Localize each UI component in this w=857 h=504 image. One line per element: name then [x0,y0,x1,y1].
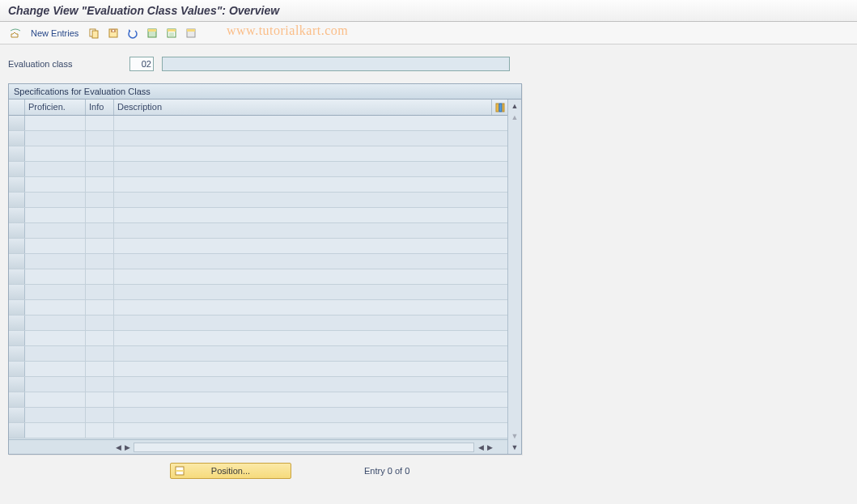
table-row[interactable] [9,146,507,162]
scroll-left-icon[interactable]: ◀ [114,443,122,451]
row-selector[interactable] [9,254,25,269]
deselect-all-icon[interactable] [184,26,198,40]
cell-info[interactable] [86,131,114,146]
save-variant-icon[interactable] [106,26,121,40]
cell-info[interactable] [86,285,114,299]
cell-proficiency[interactable] [25,146,86,161]
position-button[interactable]: Position... [170,463,291,479]
column-proficiency[interactable]: Proficien. [25,100,86,115]
cell-description[interactable] [114,300,507,315]
evaluation-class-input[interactable] [129,57,154,71]
table-row[interactable] [9,285,507,300]
row-selector[interactable] [9,300,25,315]
cell-description[interactable] [114,316,507,330]
table-row[interactable] [9,362,507,377]
cell-info[interactable] [86,116,114,130]
cell-proficiency[interactable] [25,239,86,253]
scroll-up-dim-icon[interactable]: ▲ [510,112,520,122]
row-selector[interactable] [9,377,25,392]
cell-proficiency[interactable] [25,193,86,207]
cell-description[interactable] [114,269,507,284]
table-row[interactable] [9,193,507,208]
table-row[interactable] [9,116,507,131]
table-row[interactable] [9,423,507,438]
table-row[interactable] [9,223,507,239]
cell-description[interactable] [114,377,507,392]
table-row[interactable] [9,269,507,285]
row-selector[interactable] [9,208,25,222]
table-row[interactable] [9,300,507,316]
cell-proficiency[interactable] [25,223,86,238]
cell-info[interactable] [86,269,114,284]
row-selector[interactable] [9,131,25,146]
row-selector[interactable] [9,162,25,176]
horizontal-scrollbar[interactable]: ◀ ▶ ◀ ▶ [9,439,507,454]
table-row[interactable] [9,392,507,408]
row-selector[interactable] [9,177,25,192]
table-row[interactable] [9,316,507,331]
cell-description[interactable] [114,346,507,361]
cell-proficiency[interactable] [25,377,86,392]
select-all-icon[interactable] [145,26,159,40]
scroll-right-icon[interactable]: ▶ [486,443,494,451]
cell-info[interactable] [86,423,114,438]
copy-icon[interactable] [87,26,101,40]
cell-info[interactable] [86,300,114,315]
select-block-icon[interactable] [164,26,179,40]
row-selector[interactable] [9,316,25,330]
evaluation-class-desc-input[interactable] [162,57,510,71]
table-row[interactable] [9,131,507,146]
toggle-display-icon[interactable] [8,26,23,40]
row-selector[interactable] [9,362,25,376]
cell-info[interactable] [86,177,114,192]
cell-description[interactable] [114,223,507,238]
cell-proficiency[interactable] [25,131,86,146]
cell-proficiency[interactable] [25,316,86,330]
scroll-down-dim-icon[interactable]: ▼ [510,431,520,441]
cell-info[interactable] [86,254,114,269]
table-row[interactable] [9,208,507,223]
row-selector[interactable] [9,408,25,422]
cell-info[interactable] [86,239,114,253]
cell-proficiency[interactable] [25,346,86,361]
cell-description[interactable] [114,146,507,161]
row-selector[interactable] [9,116,25,130]
table-row[interactable] [9,239,507,254]
table-row[interactable] [9,408,507,423]
cell-description[interactable] [114,254,507,269]
row-selector[interactable] [9,269,25,284]
cell-description[interactable] [114,408,507,422]
row-selector[interactable] [9,223,25,238]
row-selector[interactable] [9,331,25,345]
cell-proficiency[interactable] [25,331,86,345]
cell-description[interactable] [114,162,507,176]
cell-info[interactable] [86,392,114,407]
cell-proficiency[interactable] [25,269,86,284]
cell-info[interactable] [86,408,114,422]
cell-info[interactable] [86,346,114,361]
cell-info[interactable] [86,223,114,238]
row-selector[interactable] [9,285,25,299]
cell-description[interactable] [114,193,507,207]
row-selector[interactable] [9,239,25,253]
cell-description[interactable] [114,239,507,253]
cell-proficiency[interactable] [25,208,86,222]
cell-proficiency[interactable] [25,362,86,376]
cell-info[interactable] [86,193,114,207]
cell-description[interactable] [114,285,507,299]
cell-info[interactable] [86,146,114,161]
configure-columns-icon[interactable] [491,100,507,115]
cell-proficiency[interactable] [25,177,86,192]
vertical-scrollbar[interactable]: ▲ ▲ ▼ ▼ [507,100,521,454]
cell-description[interactable] [114,177,507,192]
cell-proficiency[interactable] [25,408,86,422]
table-row[interactable] [9,162,507,177]
new-entries-button[interactable]: New Entries [28,28,82,38]
table-row[interactable] [9,177,507,193]
cell-description[interactable] [114,392,507,407]
table-row[interactable] [9,331,507,346]
cell-info[interactable] [86,331,114,345]
cell-info[interactable] [86,362,114,376]
cell-proficiency[interactable] [25,162,86,176]
cell-proficiency[interactable] [25,116,86,130]
